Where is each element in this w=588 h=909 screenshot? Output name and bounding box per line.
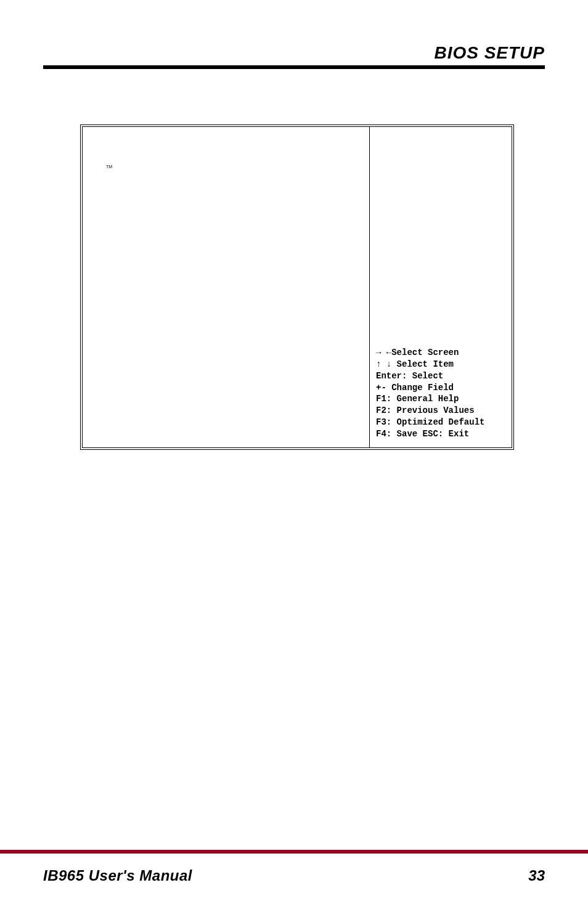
nav-general-help: F1: General Help: [376, 393, 505, 405]
nav-previous-values: F2: Previous Values: [376, 405, 505, 417]
nav-select-item: ↑ ↓ Select Item: [376, 359, 505, 370]
bios-help-pane: → ←Select Screen ↑ ↓ Select Item Enter: …: [370, 127, 512, 447]
bios-setup-box: TM → ←Select Screen ↑ ↓ Select Item Ente…: [80, 124, 514, 450]
footer-page-number: 33: [528, 867, 545, 884]
page-footer: IB965 User's Manual 33: [0, 850, 588, 884]
nav-change-field: +- Change Field: [376, 382, 505, 394]
page-header-title: BIOS SETUP: [434, 43, 545, 62]
footer-manual-title: IB965 User's Manual: [43, 867, 192, 884]
tm-mark: TM: [106, 165, 112, 169]
bios-body: TM → ←Select Screen ↑ ↓ Select Item Ente…: [83, 127, 512, 447]
bios-main-pane: TM: [83, 127, 370, 447]
nav-save-exit: F4: Save ESC: Exit: [376, 428, 505, 440]
nav-enter: Enter: Select: [376, 370, 505, 382]
nav-select-screen: → ←Select Screen: [376, 347, 505, 359]
nav-block: → ←Select Screen ↑ ↓ Select Item Enter: …: [376, 347, 505, 440]
page-header: BIOS SETUP: [43, 43, 545, 69]
nav-optimized-default: F3: Optimized Default: [376, 417, 505, 428]
